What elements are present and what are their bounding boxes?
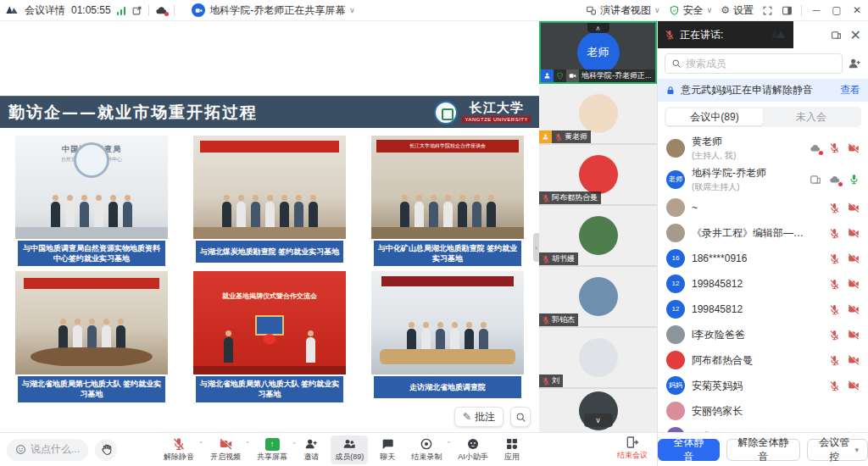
popout-panel-icon[interactable] [831,27,842,43]
sharing-status-text[interactable]: 地科学院-乔老师正在共享屏幕 [209,3,345,18]
maximize-button[interactable]: ▢ [831,4,843,16]
mic-off-icon[interactable] [829,330,840,341]
photo-caption: 与湖北煤炭地质勘查院 签约就业实习基地 [196,241,343,263]
search-box[interactable] [665,53,843,74]
share-screen-button[interactable]: ↑ 共享屏幕⌃ [253,436,292,464]
camera-off-icon[interactable] [848,329,860,341]
member-row[interactable]: 12 199845812 [658,297,868,322]
add-member-icon[interactable] [848,57,861,70]
annotate-button[interactable]: ✎ 批注 [454,407,504,427]
university-seal-icon [434,101,458,125]
photo-cell: 与湖北煤炭地质勘查院 签约就业实习基地 [193,136,346,266]
chevron-up-icon[interactable]: ⌃ [198,441,203,447]
video-thumbnail-strip: ∧ 老师 地科学院-乔老师正... 黄老师 阿布都热合曼 [539,21,657,432]
mute-all-button[interactable]: 全体静音 [658,439,720,461]
invite-button[interactable]: 邀请 [299,435,323,464]
video-tile[interactable]: 郭铂杰 [539,267,657,328]
camera-off-icon[interactable] [848,278,860,290]
meeting-controls-button[interactable]: 会议管控▾ [807,439,868,461]
tab-not-joined[interactable]: 未入会 [763,108,860,125]
minimize-button[interactable]: ─ [810,4,822,16]
chat-button[interactable]: 聊天 [376,435,399,464]
member-row[interactable]: 阿布都热合曼 [658,347,868,373]
view-request-link[interactable]: 查看 [840,83,860,97]
member-row[interactable]: 黄老师 (主持人, 我) [658,132,868,164]
chevron-down-icon: ▾ [854,446,859,454]
mic-off-icon[interactable] [829,355,840,366]
settings-button[interactable]: ⚙ 设置 [721,3,754,18]
mic-off-icon[interactable] [829,142,840,153]
lock-icon [665,86,676,96]
members-button[interactable]: 成员(89) [331,435,368,464]
avatar: 16 [666,249,685,268]
mic-on-icon[interactable] [849,174,860,185]
stop-record-button[interactable]: 结束录制⌃ [407,435,446,464]
strip-collapse-handle[interactable]: ‹ [533,233,539,262]
fullscreen-icon[interactable] [762,5,773,16]
security-menu[interactable]: 安全∨ [669,3,713,18]
video-tile[interactable]: ∨ [539,389,657,432]
video-tile[interactable]: 胡书嫚 [539,206,657,267]
start-video-button[interactable]: 开启视频⌃ [206,435,245,464]
network-signal-icon[interactable] [117,6,126,15]
member-row[interactable]: 《录井工程》编辑部—唐艳军 [658,220,868,246]
cloud-record-icon [810,142,821,154]
member-row[interactable]: l李孜险爸爸 [658,322,868,347]
video-tile[interactable]: 刘 [539,328,657,389]
member-row[interactable]: ~ [658,195,868,220]
chevron-up-icon[interactable]: ⌃ [245,441,250,447]
close-panel-icon[interactable]: ✕ [850,27,861,43]
member-row[interactable]: 老师 地科学院-乔老师 (联席主持人) [658,164,868,195]
camera-off-icon[interactable] [848,303,860,315]
close-button[interactable]: ✕ [851,4,863,16]
raise-hand-button[interactable] [95,439,117,461]
zoom-button[interactable] [510,407,531,427]
unmute-button[interactable]: 解除静音⌃ [159,435,198,464]
mic-off-icon [539,252,552,265]
quick-chat-input[interactable]: 说点什么... [7,439,88,461]
video-tile[interactable]: 阿布都热合曼 [539,145,657,206]
search-input[interactable] [686,58,836,69]
camera-off-icon[interactable] [848,380,860,391]
mic-off-icon[interactable] [829,202,840,214]
chevron-down-icon[interactable]: ∨ [349,6,355,14]
member-row[interactable]: 安丽鸰家长 [658,398,868,424]
member-name: 186****0916 [692,252,747,264]
camera-off-icon[interactable] [848,227,860,239]
camera-off-icon[interactable] [848,252,860,264]
app-logo-icon [5,3,19,17]
ai-assistant-icon [466,437,480,451]
layout-toggle-icon[interactable] [782,5,793,16]
video-tile-active-speaker[interactable]: ∧ 老师 地科学院-乔老师正... [539,21,657,84]
mic-off-icon[interactable] [829,304,840,315]
mic-off-icon[interactable] [829,253,840,264]
cloud-record-status-icon[interactable] [155,4,168,17]
camera-off-icon[interactable] [848,202,860,214]
mic-off-icon[interactable] [829,228,840,239]
apps-button[interactable]: 应用 [500,435,524,464]
scroll-down-button[interactable]: ∨ [584,413,613,427]
chevron-up-icon[interactable]: ⌃ [446,441,451,447]
open-in-window-icon[interactable] [131,5,142,16]
meeting-table [31,347,153,366]
tab-in-meeting[interactable]: 会议中(89) [666,108,763,125]
camera-off-icon[interactable] [848,354,860,366]
mic-off-icon[interactable] [829,279,840,290]
view-mode-selector[interactable]: 演讲者视图∨ [586,3,660,18]
member-row[interactable]: 12 199845812 [658,271,868,297]
mic-off-icon [172,437,186,451]
collapse-strip-button[interactable]: ∧ [587,23,609,33]
tile-name: 阿布都热合曼 [552,192,598,203]
chevron-up-icon[interactable]: ⌃ [292,441,297,448]
member-row[interactable]: 妈妈 安菊英妈妈 [658,373,868,398]
end-meeting-button[interactable]: 结束会议 [617,435,648,461]
member-list[interactable]: 黄老师 (主持人, 我) 老师 地科学院-乔老师 (联席主持人) [658,130,868,442]
mic-off-icon[interactable] [829,380,840,391]
meeting-detail-link[interactable]: 会议详情 [25,3,65,18]
camera-off-icon[interactable] [848,142,860,154]
member-name: 199845812 [692,303,743,315]
video-tile[interactable]: 黄老师 [539,84,657,145]
ai-assistant-button[interactable]: AI小助手 [453,435,492,464]
member-row[interactable]: 16 186****0916 [658,246,868,271]
unmute-all-button[interactable]: 解除全体静音 [726,439,800,461]
